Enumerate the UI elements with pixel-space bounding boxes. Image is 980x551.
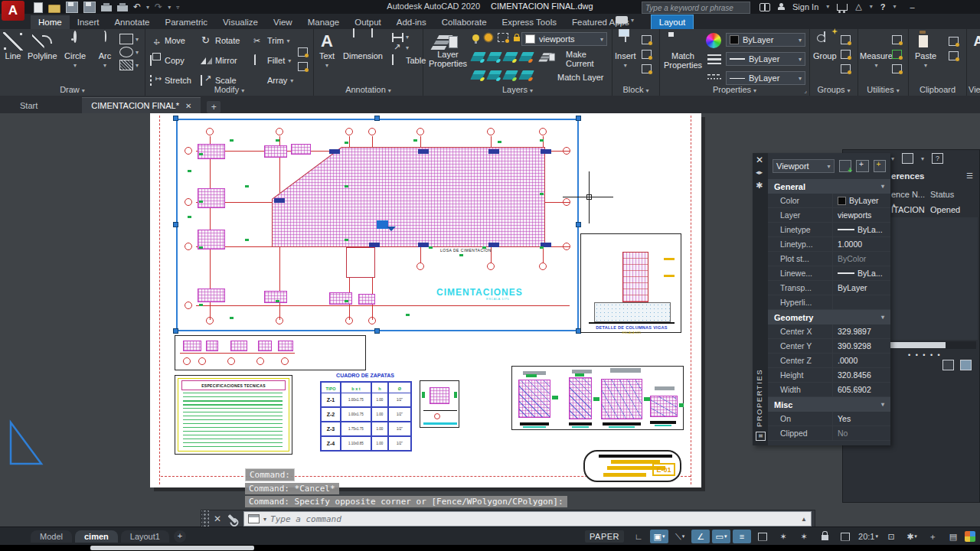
match-properties-button[interactable]: Match Properties: [663, 32, 703, 70]
lineweight-dropdown[interactable]: ByLayer▾: [726, 52, 805, 66]
view-tool[interactable]: A: [969, 32, 980, 51]
refresh-dropdown-icon[interactable]: ▾: [921, 155, 924, 162]
paste-button[interactable]: Paste▾: [915, 32, 936, 70]
undo-icon[interactable]: ↶: [133, 2, 141, 12]
xref-scrollbar[interactable]: [889, 341, 976, 349]
save-as-icon[interactable]: [83, 2, 96, 13]
performance-brand-icon[interactable]: [965, 531, 975, 542]
palette-resize-grip[interactable]: • • • • •: [908, 351, 942, 359]
offset-icon[interactable]: [298, 62, 308, 71]
qat-customize-icon[interactable]: ▿: [176, 4, 179, 11]
select-all-icon[interactable]: [892, 50, 902, 59]
ribbon-tab[interactable]: Collaborate: [434, 15, 495, 29]
ribbon-display-options[interactable]: ▾: [616, 16, 634, 26]
make-current-button[interactable]: Make Current: [543, 52, 612, 66]
print-icon[interactable]: [117, 5, 128, 11]
ribbon-tab[interactable]: Insert: [70, 15, 107, 29]
redo-dropdown-icon[interactable]: ▾: [168, 4, 171, 11]
annotation-visibility-icon[interactable]: ✶: [774, 530, 792, 543]
move-button[interactable]: Move: [150, 34, 185, 47]
rectangle-tool[interactable]: ▾: [119, 34, 139, 44]
file-tab-start[interactable]: Start: [11, 98, 47, 113]
open-file-icon[interactable]: [48, 5, 60, 13]
layer-lock-icon[interactable]: [514, 37, 520, 41]
autohide-icon[interactable]: ◂▸: [756, 168, 763, 176]
object-snap-icon[interactable]: ▭▾: [712, 530, 730, 543]
ribbon-tab[interactable]: Home: [31, 15, 70, 29]
ribbon-tab[interactable]: Visualize: [215, 15, 266, 29]
layers-panel-label[interactable]: Layers ▾: [423, 85, 612, 94]
new-file-icon[interactable]: [34, 2, 43, 13]
hatch-tool[interactable]: ▾: [119, 60, 139, 70]
leader-tool[interactable]: ▾: [392, 34, 409, 41]
quick-select-icon[interactable]: [892, 35, 902, 44]
ribbon-state-dropdown-icon[interactable]: ▾: [631, 17, 634, 24]
modify-panel-label[interactable]: Modify ▾: [145, 85, 313, 94]
group-button[interactable]: Group: [813, 32, 837, 60]
layer-isolate-icon[interactable]: [470, 52, 486, 61]
section-geometry[interactable]: Geometry▾: [768, 310, 890, 324]
refresh-icon[interactable]: [902, 153, 913, 164]
viewport-grip[interactable]: [374, 116, 380, 121]
insert-button[interactable]: Insert▾: [615, 32, 636, 70]
signin-dropdown-icon[interactable]: ▾: [826, 3, 829, 10]
recent-commands-icon[interactable]: ▾: [263, 516, 266, 523]
ungroup-icon[interactable]: [841, 35, 851, 44]
redo-icon[interactable]: ↷: [155, 2, 162, 12]
layer-dropdown[interactable]: viewports▾: [521, 32, 607, 46]
lineweight-icon[interactable]: ≡: [733, 530, 751, 543]
quick-select-icon[interactable]: [874, 160, 886, 172]
draw-panel-label[interactable]: Draw ▾: [0, 85, 145, 94]
section-general[interactable]: General▾: [768, 179, 890, 194]
annotation-panel-label[interactable]: Annotation ▾: [314, 85, 423, 94]
layer-thaw-icon[interactable]: [485, 34, 492, 41]
properties-panel-label[interactable]: Properties ▾ ⌟: [660, 85, 809, 94]
section-misc[interactable]: Misc▾: [768, 397, 890, 412]
ribbon-tab[interactable]: Annotate: [106, 15, 157, 29]
trim-button[interactable]: Trim▾: [253, 34, 290, 47]
close-tab-icon[interactable]: ✕: [185, 102, 191, 110]
grid-icon[interactable]: ∟: [629, 530, 648, 543]
layout-tab-layout1[interactable]: Layout1: [121, 530, 169, 543]
command-input[interactable]: ▾ Type a command ▲: [243, 511, 812, 527]
layer-properties-button[interactable]: Layer Properties: [428, 32, 468, 68]
edit-block-icon[interactable]: [642, 50, 652, 59]
view-panel-label[interactable]: View: [967, 85, 980, 94]
workspace-switch-icon[interactable]: ⊡: [882, 530, 900, 543]
mleader-tool[interactable]: ▾: [392, 43, 409, 53]
selection-cycling-icon[interactable]: [753, 530, 772, 543]
viewport-grip[interactable]: [173, 328, 178, 334]
viewport-grip[interactable]: [374, 328, 380, 334]
viewport-grip[interactable]: [173, 116, 178, 121]
fillet-button[interactable]: Fillet▾: [253, 54, 291, 67]
command-customize-icon[interactable]: [228, 514, 237, 523]
palette-bottom-icon[interactable]: ▤: [756, 432, 766, 441]
command-expand-icon[interactable]: ▲: [801, 516, 807, 523]
app-store-cart-icon[interactable]: [837, 4, 848, 11]
new-tab-button[interactable]: +: [207, 101, 220, 113]
palette-settings-gear-icon[interactable]: ✱: [756, 181, 763, 191]
alert-dropdown-icon[interactable]: ▾: [870, 3, 873, 10]
viewport-grip[interactable]: [576, 222, 581, 227]
undo-dropdown-icon[interactable]: ▾: [146, 4, 149, 11]
help-icon[interactable]: ?: [932, 153, 943, 164]
circle-button[interactable]: Circle▾: [64, 32, 86, 70]
close-icon[interactable]: ✕: [756, 155, 763, 165]
table-tool[interactable]: Table: [392, 55, 426, 65]
list-view-icon[interactable]: ☰: [966, 171, 973, 180]
block-panel-label[interactable]: Block ▾: [612, 85, 659, 94]
ribbon-tab[interactable]: Add-ins: [389, 15, 434, 29]
plot-icon[interactable]: [101, 5, 112, 11]
layer-delete-icon[interactable]: [518, 70, 534, 80]
toggle-pickadd-icon[interactable]: [839, 160, 851, 172]
layer-on-icon[interactable]: [472, 34, 479, 41]
copy-button[interactable]: Copy: [150, 54, 185, 67]
layout-tab-cimen[interactable]: cimen: [75, 530, 118, 543]
xref-list-area[interactable]: [887, 217, 978, 340]
ribbon-tab[interactable]: Parametric: [158, 15, 216, 29]
drawing-area[interactable]: LOSA DE CIMENTACION CIMENTACIONES ESCALA…: [0, 113, 980, 528]
help-dropdown-icon[interactable]: ▾: [893, 3, 896, 10]
customization-gear-icon[interactable]: ✱▾: [903, 530, 921, 543]
viewport-border[interactable]: [176, 119, 579, 331]
alert-icon[interactable]: △: [855, 2, 861, 11]
